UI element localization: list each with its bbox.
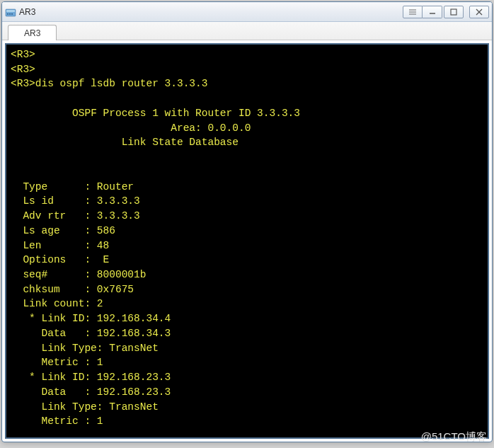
titlebar: AR3 <box>2 2 492 22</box>
window-title: AR3 <box>19 7 35 17</box>
svg-rect-9 <box>451 9 456 15</box>
terminal-line: seq# : 8000001b <box>11 268 483 282</box>
terminal-line: Len : 48 <box>11 239 483 253</box>
terminal-line: Link count: 2 <box>11 297 483 311</box>
close-button[interactable] <box>469 6 489 18</box>
terminal-line: Data : 192.168.23.3 <box>11 385 483 400</box>
terminal-line: Type : Router <box>11 180 483 195</box>
svg-rect-4 <box>11 13 13 15</box>
title-left: AR3 <box>5 6 401 18</box>
tab-ar3[interactable]: AR3 <box>8 25 57 40</box>
window-controls <box>401 6 489 18</box>
tab-bar: AR3 <box>2 22 492 40</box>
terminal-line: Adv rtr : 3.3.3.3 <box>11 209 483 224</box>
svg-rect-1 <box>6 10 15 12</box>
terminal-line: OSPF Process 1 with Router ID 3.3.3.3 <box>11 106 483 121</box>
terminal-line: Metric : 1 <box>11 414 483 429</box>
maximize-button[interactable] <box>444 6 464 18</box>
terminal-line: Data : 192.168.34.3 <box>11 326 483 341</box>
app-icon <box>5 6 16 18</box>
terminal-line: <R3> <box>11 62 483 77</box>
terminal-line: chksum : 0x7675 <box>11 282 483 297</box>
terminal-output[interactable]: <R3><R3><R3>dis ospf lsdb router 3.3.3.3… <box>5 43 489 439</box>
terminal-line: <R3>dis ospf lsdb router 3.3.3.3 <box>11 76 483 91</box>
terminal-line: Options : E <box>11 253 483 268</box>
menu-button[interactable] <box>403 6 423 18</box>
terminal-line <box>11 150 483 165</box>
svg-rect-2 <box>7 13 8 15</box>
terminal-line: <R3> <box>11 47 483 62</box>
terminal-content: <R3><R3><R3>dis ospf lsdb router 3.3.3.3… <box>11 47 483 429</box>
terminal-line: Metric : 1 <box>11 355 483 370</box>
terminal-line: * Link ID: 192.168.34.4 <box>11 311 483 326</box>
terminal-line: * Link ID: 192.168.23.3 <box>11 370 483 385</box>
terminal-line <box>11 91 483 106</box>
minimize-button[interactable] <box>423 6 442 18</box>
terminal-line: Ls age : 586 <box>11 224 483 239</box>
watermark: @51CTO博客 <box>421 430 487 444</box>
terminal-line: Link Type: TransNet <box>11 341 483 356</box>
terminal-line: Link State Database <box>11 135 483 150</box>
tab-label: AR3 <box>24 28 40 38</box>
terminal-line: Ls id : 3.3.3.3 <box>11 194 483 209</box>
terminal-line <box>11 165 483 180</box>
terminal-line: Area: 0.0.0.0 <box>11 121 483 136</box>
svg-rect-3 <box>9 13 11 15</box>
application-window: AR3 AR3 <R3><R3><R3>dis ospf lsdb router… <box>1 1 493 442</box>
terminal-line: Link Type: TransNet <box>11 400 483 415</box>
